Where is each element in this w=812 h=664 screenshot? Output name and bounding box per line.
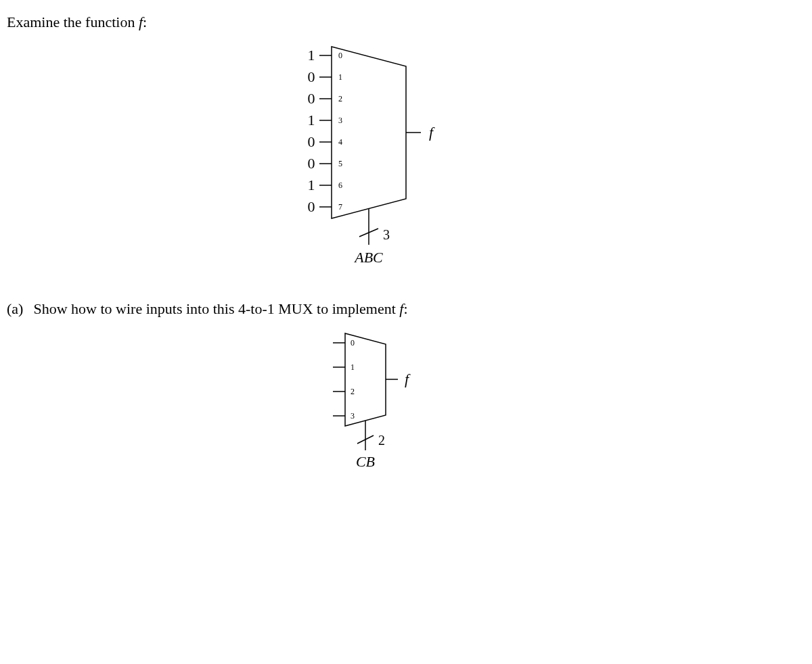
intro-prefix: Examine the function [7,14,139,30]
mux8-select-label: ABC [353,249,383,266]
mux4-port-3: 3 [351,411,355,421]
mux8-body [332,47,406,218]
mux8-input-4: 0 [308,133,315,150]
mux8-port-3: 3 [338,116,342,125]
part-a-prefix: Show how to wire inputs into this 4-to-1… [34,300,400,317]
mux4-svg: 0 1 2 3 f 2 CB [318,330,467,479]
mux8-input-3: 1 [308,112,315,128]
mux8-input-1: 0 [308,68,315,85]
mux8-port-0: 0 [338,51,342,60]
mux8-port-5: 5 [338,159,342,168]
mux8-input-7: 0 [308,198,315,215]
mux8-port-6: 6 [338,181,342,190]
part-a-line: (a) Show how to wire inputs into this 4-… [7,300,798,318]
mux8-port-2: 2 [338,94,342,103]
mux8-select-width: 3 [383,227,390,242]
mux4-figure: 0 1 2 3 f 2 CB [318,330,467,479]
mux8-inputs-group: 1 0 0 1 0 2 1 3 0 4 0 5 1 6 [308,47,343,215]
mux4-port-0: 0 [351,338,355,348]
mux4-port-2: 2 [351,387,355,396]
mux4-select-label: CB [356,453,375,470]
mux8-input-2: 0 [308,90,315,107]
mux8-svg: 1 0 0 1 0 2 1 3 0 4 0 5 1 6 [291,43,467,273]
mux8-input-6: 1 [308,176,315,193]
part-a-marker: (a) [7,300,30,318]
mux4-inputs-group: 0 1 2 3 [333,338,355,421]
mux8-output-label: f [429,124,435,141]
mux4-port-1: 1 [351,362,355,372]
mux8-figure: 1 0 0 1 0 2 1 3 0 4 0 5 1 6 [291,43,467,273]
part-a-suffix: : [403,300,407,317]
mux4-select-width: 2 [378,433,385,448]
mux8-port-7: 7 [338,202,342,212]
intro-line: Examine the function f: [7,14,798,31]
mux8-input-0: 1 [308,47,315,64]
mux4-output-label: f [405,371,411,387]
mux8-input-5: 0 [308,155,315,172]
mux8-port-4: 4 [338,137,342,147]
intro-suffix: : [143,14,147,30]
mux8-port-1: 1 [338,72,342,82]
